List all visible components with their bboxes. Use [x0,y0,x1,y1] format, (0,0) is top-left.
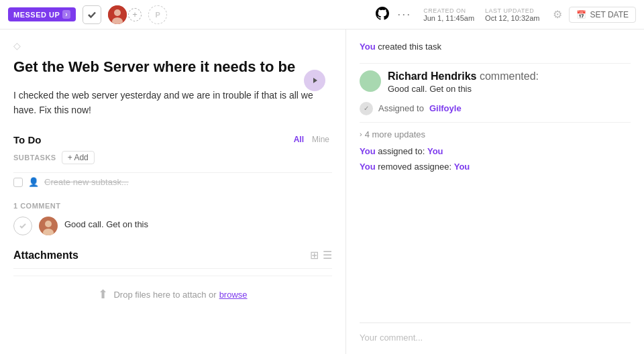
more-options-button[interactable]: ··· [397,7,411,21]
top-bar: MESSED UP › + P ··· CREATED ON Jun 1, 11… [0,0,644,30]
you-label-5[interactable]: You [454,162,470,172]
commenter-avatar [39,217,58,235]
tag-icon: ◇ [13,40,21,51]
created-text: created this task [378,42,441,52]
meta-group: CREATED ON Jun 1, 11:45am LAST UPDATED O… [423,7,562,22]
assignee-placeholder[interactable]: P [148,5,167,24]
add-subtask-button[interactable]: + Add [62,151,95,164]
assigned-text: Assigned to [378,103,424,113]
calendar-icon: 📅 [576,10,586,19]
subtasks-label: SUBTASKS [13,154,56,162]
todo-section-header: To Do All Mine [13,133,332,145]
new-subtask-input[interactable]: Create new subtask... [44,177,129,187]
filter-mine-button[interactable]: Mine [309,133,332,145]
comments-label: 1 COMMENT [13,202,332,210]
comment-checkbox[interactable] [13,217,32,235]
update-row-2: You removed assignee: You [360,162,631,172]
assigned-check-icon: ✓ [360,102,373,115]
status-chevron-icon[interactable]: › [62,10,70,19]
updated-label: LAST UPDATED [485,7,539,14]
comment-input[interactable]: Your comment... [360,333,423,343]
comment-content: Richard Hendriks commented: Good call. G… [388,70,539,94]
you-label-4[interactable]: You [360,162,376,172]
drop-zone[interactable]: ⬆ Drop files here to attach or browse [13,276,332,312]
svg-point-1 [114,9,121,16]
main-layout: ◇ Get the Web Server where it needs to b… [0,30,644,354]
list-view-icon[interactable]: ☰ [323,249,332,261]
task-description: I checked the web server yesterday and w… [13,88,332,118]
assigned-name: Gilfoyle [429,103,462,113]
subtasks-row: SUBTASKS + Add [13,151,332,164]
you-label-3[interactable]: You [427,146,443,156]
set-date-button[interactable]: 📅 SET DATE [569,7,636,23]
divider-1 [360,63,631,64]
left-panel: ◇ Get the Web Server where it needs to b… [0,30,346,354]
attachments-header: Attachments ⊞ ☰ [13,249,332,269]
browse-link[interactable]: browse [219,290,248,300]
update1-middle: assigned to: [378,146,427,156]
update2-middle: removed assignee: [378,162,453,172]
you-label-2[interactable]: You [360,146,376,156]
attachments-title: Attachments [13,249,78,261]
drop-text: Drop files here to attach or [113,290,216,300]
user-avatar[interactable] [108,5,127,24]
status-badge[interactable]: MESSED UP › [8,7,76,21]
arrow-icon: › [360,130,362,138]
status-label: MESSED UP [13,11,60,19]
grid-view-icon[interactable]: ⊞ [310,249,319,261]
updated-value: Oct 12, 10:32am [485,14,539,22]
avatar-group: + [108,5,142,24]
you-label-1[interactable]: You [360,42,376,52]
set-date-label: SET DATE [590,10,629,19]
assigned-row: ✓ Assigned to Gilfoyle [360,102,631,115]
svg-point-4 [45,221,52,227]
comments-section: 1 COMMENT Good call. Get on this [13,202,332,243]
divider-2 [360,122,631,123]
comment-row: Good call. Get on this [13,217,332,235]
view-icons: ⊞ ☰ [310,249,332,261]
last-updated: LAST UPDATED Oct 12, 10:32am [485,7,539,22]
filter-buttons: All Mine [291,133,332,145]
activity-feed: You created this task Richard Hendriks c… [360,40,631,322]
right-panel: You created this task Richard Hendriks c… [346,30,644,354]
github-icon[interactable] [374,5,390,24]
attachments-section: Attachments ⊞ ☰ ⬆ Drop files here to att… [13,249,332,312]
activity-comment: Richard Hendriks commented: Good call. G… [360,70,631,94]
more-updates-button[interactable]: › 4 more updates [360,129,631,139]
todo-title: To Do [13,134,41,145]
comment-input-row: Your comment... [360,322,631,343]
subtask-checkbox[interactable] [13,178,23,187]
upload-icon: ⬆ [98,287,108,302]
settings-icon[interactable]: ⚙ [553,8,562,21]
update-row-1: You assigned to: You [360,146,631,156]
complete-button[interactable] [83,5,101,24]
new-subtask-row: 👤 Create new subtask... [13,172,332,191]
task-tag-row: ◇ [13,40,332,51]
more-updates-label: 4 more updates [365,129,425,139]
activity-comment-text: Good call. Get on this [388,84,539,94]
commenter-avatar-right [360,70,381,92]
filter-all-button[interactable]: All [291,133,307,145]
add-assignee-button[interactable]: + [128,8,142,21]
comment-text: Good call. Get on this [64,217,148,229]
activity-created: You created this task [360,40,631,54]
created-label: CREATED ON [423,7,474,14]
created-on: CREATED ON Jun 1, 11:45am [423,7,474,22]
commenter-action: commented: [480,70,539,82]
created-value: Jun 1, 11:45am [423,14,474,22]
cursor-indicator [304,70,325,91]
person-icon: 👤 [28,177,39,187]
commenter-name: Richard Hendriks [388,70,476,82]
task-title: Get the Web Server where it needs to be [13,58,332,77]
